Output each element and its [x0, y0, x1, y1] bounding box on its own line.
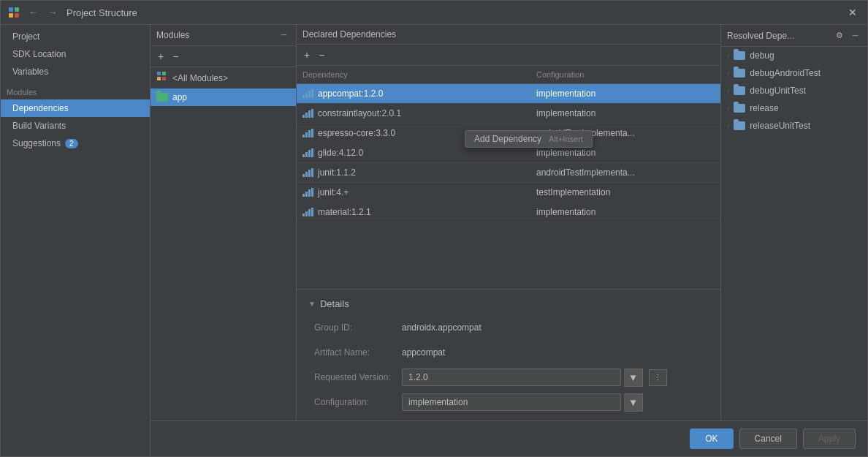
svg-rect-3 — [15, 13, 19, 18]
modules-toolbar: + − — [151, 46, 296, 67]
modules-remove-button[interactable]: − — [170, 49, 181, 64]
sidebar-item-suggestions[interactable]: Suggestions 2 — [1, 135, 150, 152]
suggestions-label: Suggestions — [12, 138, 61, 148]
dep-cell-name-junit4: junit:4.+ — [297, 183, 530, 202]
dep-col-dep-header: Dependency — [297, 69, 530, 80]
forward-button[interactable]: → — [45, 5, 61, 20]
dep-conf-junit4: testImplementation — [530, 183, 720, 202]
details-header[interactable]: ▼ Details — [308, 298, 709, 309]
resolved-item-debug[interactable]: › debug — [721, 47, 867, 64]
dep-toolbar: + − — [297, 45, 720, 66]
details-panel: ▼ Details Group ID: androidx.appcompat A… — [297, 289, 720, 420]
dep-row-material[interactable]: material:1.2.1 implementation — [297, 203, 720, 222]
module-item-all[interactable]: <All Modules> — [151, 67, 296, 88]
svg-rect-7 — [162, 77, 166, 80]
modules-panel-header: Modules − — [151, 25, 296, 46]
dialog-title: Project Structure — [66, 7, 840, 18]
right-area: Modules − + − — [151, 25, 867, 456]
resolved-item-release[interactable]: › release — [721, 99, 867, 117]
resolved-collapse-button[interactable]: − — [849, 29, 861, 42]
suggestions-badge: 2 — [65, 139, 78, 148]
details-title: Details — [320, 298, 349, 309]
panels-row: Modules − + − — [151, 25, 867, 420]
dep-bar-icon-5 — [302, 168, 313, 177]
back-button[interactable]: ← — [26, 5, 42, 20]
sidebar-item-dependencies[interactable]: Dependencies — [1, 99, 150, 117]
dep-cell-name-junit1: junit:1.1.2 — [297, 163, 530, 182]
dep-bar-icon-7 — [302, 208, 313, 216]
requested-version-dropdown-btn[interactable]: ▼ — [624, 369, 643, 387]
module-list: <All Modules> app — [151, 67, 296, 420]
dep-bar-icon-4 — [302, 148, 313, 157]
add-dependency-tooltip[interactable]: Add Dependency Alt+Insert — [465, 130, 593, 148]
resolved-item-releaseunittest[interactable]: › releaseUnitTest — [721, 117, 867, 135]
dep-row-constraintlayout[interactable]: constraintlayout:2.0.1 implementation — [297, 104, 720, 124]
debugunittest-folder-icon — [734, 86, 745, 95]
resolved-item-debugandroidtest[interactable]: › debugAndroidTest — [721, 64, 867, 82]
dep-name-junit4: junit:4.+ — [318, 187, 349, 197]
resolved-panel: Resolved Depe... ⚙ − › debug — [721, 25, 867, 420]
project-structure-dialog: ← → Project Structure ✕ Project SDK Loca… — [0, 0, 868, 457]
dep-conf-material: implementation — [530, 203, 720, 222]
configuration-dropdown-btn[interactable]: ▼ — [624, 393, 643, 412]
sidebar-item-variables[interactable]: Variables — [1, 63, 150, 80]
dep-table-header: Dependency Configuration — [297, 66, 720, 84]
configuration-label: Configuration: — [314, 393, 402, 412]
dep-row-appcompat[interactable]: appcompat:1.2.0 implementation — [297, 84, 720, 104]
dep-name-junit1: junit:1.1.2 — [318, 167, 356, 178]
svg-rect-2 — [9, 13, 13, 18]
close-button[interactable]: ✕ — [845, 5, 860, 20]
dep-name-espresso: espresso-core:3.3.0 — [318, 128, 395, 138]
release-folder-icon — [734, 104, 745, 113]
add-dep-label: Add Dependency — [474, 134, 541, 144]
modules-section-header: Modules — [1, 80, 150, 99]
requested-version-icon-btn[interactable]: ⋮ — [649, 369, 667, 386]
dep-name-constraintlayout: constraintlayout:2.0.1 — [318, 108, 401, 118]
dep-cell-name-material: material:1.2.1 — [297, 203, 530, 222]
main-content: Project SDK Location Variables Modules D… — [1, 25, 867, 456]
configuration-row: implementation ▼ — [402, 393, 709, 412]
dep-name-glide: glide:4.12.0 — [318, 148, 363, 158]
dep-conf-junit1: androidTestImplementa... — [530, 163, 720, 182]
dep-row-junit4[interactable]: junit:4.+ testImplementation — [297, 183, 720, 203]
resolved-releaseunittest-label: releaseUnitTest — [750, 121, 810, 131]
title-bar: ← → Project Structure ✕ — [1, 1, 867, 25]
dependencies-panel: Declared Dependencies + − Dependency Con… — [297, 25, 721, 420]
modules-panel: Modules − + − — [151, 25, 297, 420]
ok-button[interactable]: OK — [690, 428, 733, 449]
artifact-name-value: appcompat — [402, 343, 709, 362]
all-modules-label: <All Modules> — [172, 73, 228, 83]
modules-add-button[interactable]: + — [155, 49, 167, 64]
apply-button[interactable]: Apply — [803, 428, 856, 449]
cancel-button[interactable]: Cancel — [739, 428, 797, 449]
dep-bar-icon-2 — [302, 109, 313, 118]
dep-row-junit1[interactable]: junit:1.1.2 androidTestImplementa... — [297, 163, 720, 183]
app-folder-icon — [156, 93, 168, 102]
sidebar-item-build-variants[interactable]: Build Variants — [1, 117, 150, 135]
chevron-right-icon-3: › — [727, 87, 729, 95]
modules-collapse-button[interactable]: − — [278, 29, 290, 41]
svg-rect-1 — [15, 7, 19, 12]
dep-name-appcompat: appcompat:1.2.0 — [318, 88, 383, 99]
resolved-debugunittest-label: debugUnitTest — [750, 86, 806, 96]
chevron-right-icon-2: › — [727, 69, 729, 78]
resolved-header: Resolved Depe... ⚙ − — [721, 25, 867, 47]
resolved-list: › debug › debugAndroidTest › debu — [721, 47, 867, 420]
module-item-app[interactable]: app — [151, 88, 296, 106]
configuration-select[interactable]: implementation — [402, 393, 621, 411]
sidebar-item-sdk-location[interactable]: SDK Location — [1, 45, 150, 63]
dep-bar-icon-3 — [302, 129, 313, 137]
resolved-release-label: release — [750, 103, 778, 113]
dep-add-button[interactable]: + — [301, 48, 313, 62]
resolved-debug-label: debug — [750, 50, 774, 61]
resolved-item-debugunittest[interactable]: › debugUnitTest — [721, 82, 867, 99]
dep-col-conf-header: Configuration — [530, 69, 720, 80]
dep-remove-button[interactable]: − — [316, 48, 327, 62]
dep-bar-icon — [302, 89, 313, 98]
details-grid: Group ID: androidx.appcompat Artifact Na… — [314, 318, 709, 412]
group-id-label: Group ID: — [314, 318, 402, 337]
resolved-header-actions: ⚙ − — [833, 29, 861, 42]
requested-version-select[interactable]: 1.2.0 — [402, 369, 621, 386]
resolved-settings-button[interactable]: ⚙ — [833, 29, 846, 42]
sidebar-item-project[interactable]: Project — [1, 28, 150, 45]
